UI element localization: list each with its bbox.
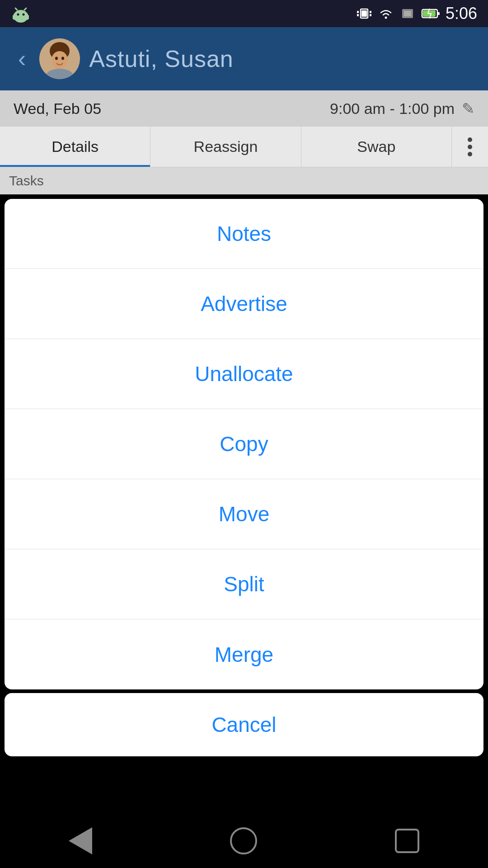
cancel-label: Cancel [211,712,276,737]
nav-back-button[interactable] [69,827,92,854]
status-time: 5:06 [446,4,477,23]
svg-point-14 [385,17,387,19]
cancel-button[interactable]: Cancel [5,693,483,756]
menu-item-merge-label: Merge [215,642,273,667]
menu-item-split-label: Split [224,572,264,596]
wifi-icon [378,5,394,22]
back-button[interactable]: ‹ [14,41,30,77]
edit-icon[interactable]: ✎ [462,99,474,118]
more-options-button[interactable] [452,127,488,167]
svg-rect-12 [357,14,359,16]
android-icon [11,4,31,24]
tab-swap[interactable]: Swap [301,127,452,167]
time-range-text: 9:00 am - 1:00 pm [330,100,455,118]
menu-item-move[interactable]: Move [5,479,483,549]
svg-rect-16 [404,11,411,16]
menu-item-unallocate[interactable]: Unallocate [5,339,483,409]
tab-details-label: Details [52,138,99,156]
avatar-image [39,38,80,79]
date-text: Wed, Feb 05 [14,100,101,118]
tab-reassign[interactable]: Reassign [150,127,301,167]
avatar [39,38,80,79]
dropdown-overlay: Notes Advertise Unallocate Copy Move Spl… [0,199,488,756]
svg-point-2 [17,14,19,16]
tab-details[interactable]: Details [0,127,150,167]
menu-item-split[interactable]: Split [5,549,483,619]
header: ‹ Astuti, Susan [0,27,488,90]
date-bar: Wed, Feb 05 9:00 am - 1:00 pm ✎ [0,90,488,127]
header-person-name: Astuti, Susan [89,45,233,72]
svg-point-27 [61,57,64,60]
menu-item-notes-label: Notes [217,222,271,246]
svg-rect-11 [370,11,371,13]
sim-icon [399,5,416,22]
svg-rect-18 [437,12,440,15]
tab-swap-label: Swap [357,138,395,156]
menu-item-unallocate-label: Unallocate [195,362,293,386]
menu-item-copy-label: Copy [220,432,268,456]
svg-line-4 [15,8,17,10]
svg-rect-9 [361,10,367,17]
battery-icon [421,5,440,22]
status-bar-right: 5:06 [356,4,477,23]
tab-reassign-label: Reassign [194,138,258,156]
home-circle-icon [230,827,257,854]
nav-home-button[interactable] [230,827,257,854]
nav-recents-button[interactable] [395,829,419,853]
menu-card: Notes Advertise Unallocate Copy Move Spl… [5,199,483,689]
tabs-bar: Details Reassign Swap [0,127,488,167]
svg-line-5 [24,8,26,10]
svg-point-26 [55,57,58,60]
menu-item-advertise[interactable]: Advertise [5,269,483,339]
recents-square-icon [395,829,419,853]
tasks-section-header: Tasks [0,167,488,194]
menu-item-notes[interactable]: Notes [5,199,483,269]
back-triangle-icon [69,827,92,854]
svg-rect-13 [370,14,371,16]
svg-rect-7 [27,15,29,19]
menu-item-advertise-label: Advertise [201,292,287,316]
tasks-label: Tasks [9,173,44,189]
svg-point-3 [23,14,25,16]
menu-item-copy[interactable]: Copy [5,409,483,479]
status-bar: 5:06 [0,0,488,27]
menu-item-merge[interactable]: Merge [5,619,483,689]
svg-point-25 [52,51,68,69]
svg-rect-1 [14,14,28,20]
status-bar-left [11,4,31,24]
three-dots-icon [468,137,472,156]
bottom-navigation [0,814,488,868]
time-range: 9:00 am - 1:00 pm ✎ [330,99,474,118]
menu-item-move-label: Move [219,502,269,526]
svg-rect-10 [357,11,359,13]
vibrate-icon [356,5,372,22]
svg-rect-6 [13,15,15,19]
